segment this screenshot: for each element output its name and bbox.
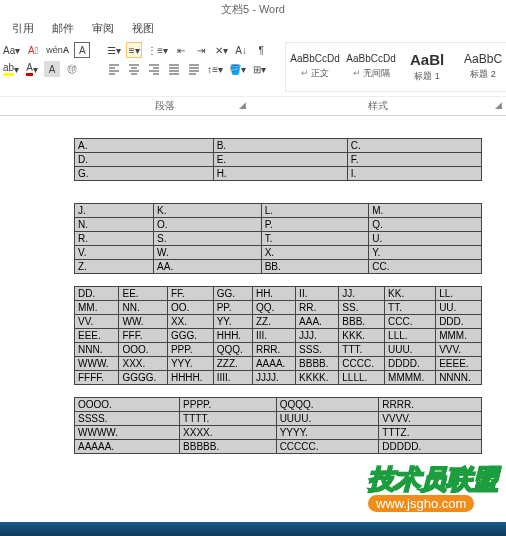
table-cell[interactable]: NNN. <box>75 343 119 357</box>
table-cell[interactable]: I. <box>347 167 481 181</box>
multilevel-button[interactable]: ⋮≡▾ <box>146 42 169 58</box>
table-cell[interactable]: W. <box>154 246 262 260</box>
table-cell[interactable]: R. <box>75 232 154 246</box>
table-cell[interactable]: HHH. <box>213 329 252 343</box>
table-cell[interactable]: Q. <box>369 218 482 232</box>
table-cell[interactable]: MMM. <box>436 329 482 343</box>
table-cell[interactable]: LLLL. <box>339 371 385 385</box>
table-cell[interactable]: B. <box>213 139 347 153</box>
table-1[interactable]: A.B.C.D.E.F.G.H.I. <box>74 138 482 181</box>
table-cell[interactable]: E. <box>213 153 347 167</box>
table-cell[interactable]: KKK. <box>339 329 385 343</box>
table-cell[interactable]: AAAAA. <box>75 440 180 454</box>
table-cell[interactable]: LL. <box>436 287 482 301</box>
table-cell[interactable]: UU. <box>436 301 482 315</box>
font-color-button[interactable]: A▾ <box>24 61 40 77</box>
table-cell[interactable]: XXXX. <box>180 426 277 440</box>
show-marks-button[interactable]: ¶ <box>253 42 269 58</box>
distribute-button[interactable] <box>186 61 202 77</box>
clear-format-button[interactable]: A⃠ <box>25 42 41 58</box>
table-cell[interactable]: G. <box>75 167 214 181</box>
table-cell[interactable]: CC. <box>369 260 482 274</box>
enclose-char-button[interactable]: ㊞ <box>64 61 80 77</box>
table-cell[interactable]: JJJJ. <box>252 371 295 385</box>
table-cell[interactable]: SS. <box>339 301 385 315</box>
table-cell[interactable]: Z. <box>75 260 154 274</box>
table-cell[interactable]: EEE. <box>75 329 119 343</box>
table-cell[interactable]: JJ. <box>339 287 385 301</box>
table-cell[interactable]: DDD. <box>436 315 482 329</box>
tab-mail[interactable]: 邮件 <box>44 19 82 38</box>
table-cell[interactable]: O. <box>154 218 262 232</box>
table-cell[interactable]: UUU. <box>385 343 436 357</box>
decrease-indent-button[interactable]: ⇤ <box>173 42 189 58</box>
table-cell[interactable]: SSS. <box>296 343 339 357</box>
align-center-button[interactable] <box>126 61 142 77</box>
table-cell[interactable]: GGG. <box>167 329 213 343</box>
table-cell[interactable]: EE. <box>119 287 167 301</box>
table-cell[interactable]: SSSS. <box>75 412 180 426</box>
taskbar[interactable] <box>0 522 506 536</box>
table-cell[interactable]: BBBBB. <box>180 440 277 454</box>
tab-references[interactable]: 引用 <box>4 19 42 38</box>
table-cell[interactable]: JJJ. <box>296 329 339 343</box>
table-cell[interactable]: M. <box>369 204 482 218</box>
sort-button[interactable]: A↓ <box>233 42 249 58</box>
highlight-button[interactable]: ab▾ <box>2 61 20 77</box>
table-cell[interactable]: AAA. <box>296 315 339 329</box>
table-cell[interactable]: IIII. <box>213 371 252 385</box>
table-cell[interactable]: MMMM. <box>385 371 436 385</box>
table-cell[interactable]: J. <box>75 204 154 218</box>
table-cell[interactable]: WW. <box>119 315 167 329</box>
table-cell[interactable]: BBBB. <box>296 357 339 371</box>
justify-button[interactable] <box>166 61 182 77</box>
bullets-button[interactable]: ☰▾ <box>106 42 122 58</box>
table-cell[interactable]: D. <box>75 153 214 167</box>
table-cell[interactable]: U. <box>369 232 482 246</box>
table-cell[interactable]: VV. <box>75 315 119 329</box>
table-cell[interactable]: CCCCC. <box>276 440 379 454</box>
table-cell[interactable]: BBB. <box>339 315 385 329</box>
table-cell[interactable]: H. <box>213 167 347 181</box>
table-cell[interactable]: AAAA. <box>252 357 295 371</box>
table-cell[interactable]: NN. <box>119 301 167 315</box>
table-cell[interactable]: ZZ. <box>252 315 295 329</box>
table-cell[interactable]: WWWW. <box>75 426 180 440</box>
asian-layout-button[interactable]: ✕▾ <box>213 42 229 58</box>
table-cell[interactable]: QQQ. <box>213 343 252 357</box>
table-cell[interactable]: CCCC. <box>339 357 385 371</box>
table-cell[interactable]: XXX. <box>119 357 167 371</box>
table-cell[interactable]: III. <box>252 329 295 343</box>
table-cell[interactable]: YY. <box>213 315 252 329</box>
table-cell[interactable]: L. <box>261 204 369 218</box>
table-cell[interactable]: HHHH. <box>167 371 213 385</box>
table-cell[interactable]: A. <box>75 139 214 153</box>
borders-button[interactable]: ⊞▾ <box>251 61 267 77</box>
table-cell[interactable]: KKKK. <box>296 371 339 385</box>
table-cell[interactable]: QQQQ. <box>276 398 379 412</box>
table-cell[interactable]: RRR. <box>252 343 295 357</box>
table-cell[interactable]: K. <box>154 204 262 218</box>
table-cell[interactable]: HH. <box>252 287 295 301</box>
table-cell[interactable]: OO. <box>167 301 213 315</box>
table-2[interactable]: J.K.L.M.N.O.P.Q.R.S.T.U.V.W.X.Y.Z.AA.BB.… <box>74 203 482 274</box>
table-cell[interactable]: BB. <box>261 260 369 274</box>
table-3[interactable]: DD.EE.FF.GG.HH.II.JJ.KK.LL.MM.NN.OO.PP.Q… <box>74 286 482 385</box>
table-cell[interactable]: X. <box>261 246 369 260</box>
table-cell[interactable]: TTTT. <box>180 412 277 426</box>
table-cell[interactable]: P. <box>261 218 369 232</box>
styles-launcher-icon[interactable]: ◢ <box>495 100 502 110</box>
table-cell[interactable]: C. <box>347 139 481 153</box>
table-cell[interactable]: T. <box>261 232 369 246</box>
tab-view[interactable]: 视图 <box>124 19 162 38</box>
table-cell[interactable]: LLL. <box>385 329 436 343</box>
table-cell[interactable]: KK. <box>385 287 436 301</box>
table-cell[interactable]: N. <box>75 218 154 232</box>
increase-indent-button[interactable]: ⇥ <box>193 42 209 58</box>
table-cell[interactable]: VVVV. <box>379 412 482 426</box>
tab-review[interactable]: 审阅 <box>84 19 122 38</box>
table-cell[interactable]: RR. <box>296 301 339 315</box>
table-cell[interactable]: PPP. <box>167 343 213 357</box>
table-cell[interactable]: GG. <box>213 287 252 301</box>
table-cell[interactable]: WWW. <box>75 357 119 371</box>
